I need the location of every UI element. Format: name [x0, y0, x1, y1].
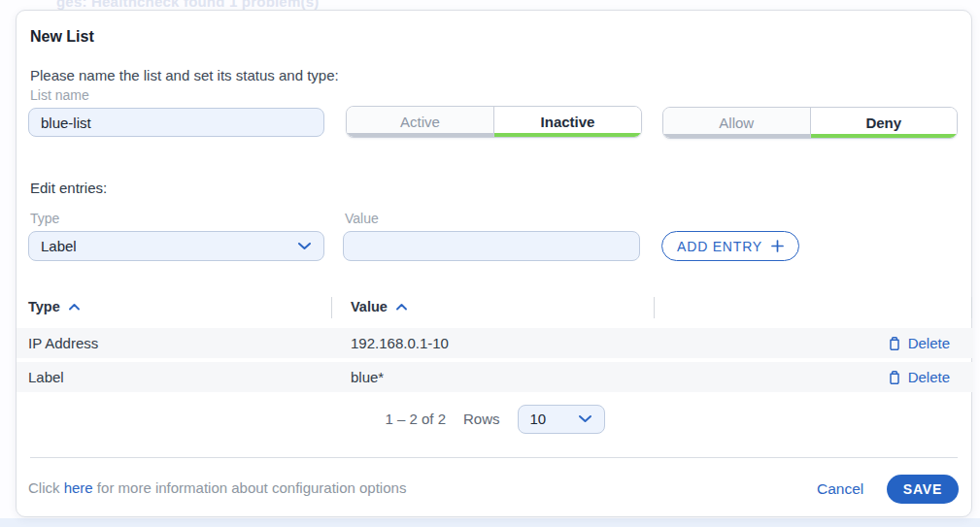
pagination: 1 – 2 of 2 Rows 10: [17, 404, 973, 434]
background-bottom-strip: [0, 518, 980, 527]
edit-entries-heading: Edit entries:: [30, 180, 107, 196]
allow-deny-toggle: Allow Deny: [662, 107, 958, 139]
entries-table-header: Type Value: [17, 297, 973, 322]
rows-per-page-label: Rows: [463, 411, 500, 427]
background-clipped-text: ges: Healthcheck found 1 problem(s): [56, 0, 319, 10]
chevron-up-icon: [395, 303, 408, 311]
save-button[interactable]: SAVE: [887, 475, 959, 504]
list-name-label: List name: [30, 87, 89, 103]
column-header-type-label: Type: [28, 299, 60, 314]
header-divider: [654, 297, 655, 318]
footer-info-text: Click here for more information about co…: [28, 479, 406, 496]
type-option-deny[interactable]: Deny: [810, 108, 958, 138]
rows-per-page-select[interactable]: 10: [518, 405, 605, 434]
chevron-down-icon: [578, 414, 592, 423]
type-option-allow[interactable]: Allow: [663, 108, 810, 138]
entry-type-select[interactable]: Label: [28, 231, 324, 261]
more-info-link[interactable]: here: [64, 479, 93, 496]
footer-info-suffix: for more information about configuration…: [93, 479, 407, 496]
cancel-button[interactable]: Cancel: [817, 480, 863, 498]
entry-value-input[interactable]: [343, 231, 640, 261]
delete-button[interactable]: Delete: [888, 328, 950, 358]
entry-value-label: Value: [345, 211, 379, 226]
column-header-value[interactable]: Value: [351, 299, 408, 314]
status-toggle: Active Inactive: [346, 106, 642, 138]
table-row: Label blue* Delete: [17, 362, 973, 392]
trash-icon: [888, 336, 901, 351]
column-header-type[interactable]: Type: [28, 299, 81, 314]
new-list-dialog: New List Please name the list and set it…: [16, 10, 972, 517]
pagination-range: 1 – 2 of 2: [385, 411, 446, 427]
footer-info-prefix: Click: [28, 479, 64, 496]
delete-button-label: Delete: [908, 369, 950, 385]
add-entry-button[interactable]: ADD ENTRY: [661, 231, 799, 261]
status-option-active[interactable]: Active: [347, 107, 493, 137]
intro-text: Please name the list and set its status …: [30, 67, 339, 83]
row-type-cell: IP Address: [28, 328, 98, 358]
chevron-down-icon: [297, 242, 312, 250]
header-divider: [971, 297, 972, 318]
footer-divider: [30, 457, 958, 458]
rows-per-page-value: 10: [530, 411, 547, 427]
row-value-cell: 192.168.0.1-10: [351, 328, 449, 358]
entry-type-selected-value: Label: [41, 238, 77, 254]
status-option-inactive[interactable]: Inactive: [493, 107, 641, 137]
table-row: IP Address 192.168.0.1-10 Delete: [17, 328, 973, 358]
page-title: New List: [30, 28, 94, 46]
delete-button-label: Delete: [908, 335, 950, 351]
entry-type-label: Type: [30, 211, 59, 226]
row-value-cell: blue*: [351, 362, 384, 392]
column-header-value-label: Value: [351, 299, 388, 314]
list-name-input[interactable]: [28, 108, 324, 137]
header-divider: [331, 297, 332, 318]
chevron-up-icon: [68, 303, 81, 311]
add-entry-button-label: ADD ENTRY: [677, 239, 762, 254]
delete-button[interactable]: Delete: [888, 362, 950, 392]
trash-icon: [888, 370, 901, 385]
row-type-cell: Label: [28, 362, 64, 392]
plus-icon: [771, 240, 784, 252]
